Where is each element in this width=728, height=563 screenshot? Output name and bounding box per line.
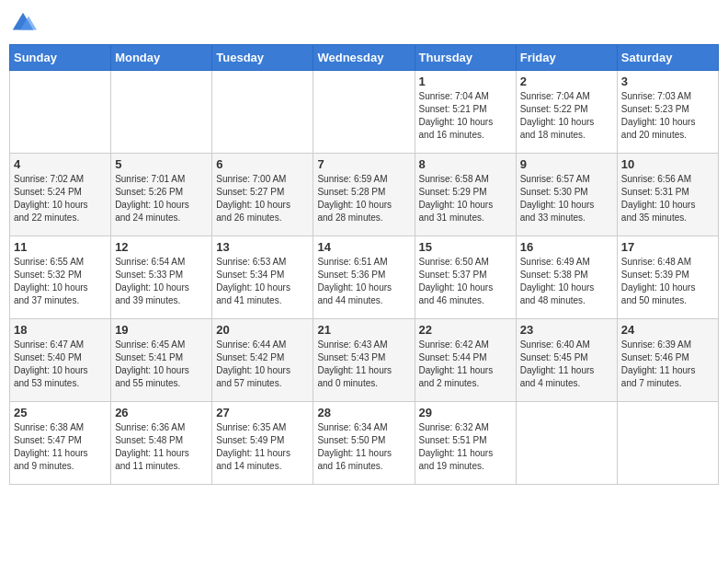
header-cell-thursday: Thursday	[415, 45, 516, 71]
header-cell-saturday: Saturday	[617, 45, 718, 71]
day-info: Sunrise: 6:56 AM Sunset: 5:31 PM Dayligh…	[621, 173, 714, 224]
day-cell	[313, 71, 415, 154]
day-info: Sunrise: 7:04 AM Sunset: 5:22 PM Dayligh…	[520, 90, 613, 142]
day-info: Sunrise: 6:53 AM Sunset: 5:34 PM Dayligh…	[216, 256, 309, 307]
logo-icon	[9, 9, 37, 37]
day-cell: 25Sunrise: 6:38 AM Sunset: 5:47 PM Dayli…	[10, 402, 111, 485]
day-cell: 19Sunrise: 6:45 AM Sunset: 5:41 PM Dayli…	[111, 319, 212, 402]
day-number: 25	[14, 406, 107, 419]
day-info: Sunrise: 6:51 AM Sunset: 5:36 PM Dayligh…	[317, 256, 410, 307]
day-cell: 1Sunrise: 7:04 AM Sunset: 5:21 PM Daylig…	[415, 71, 516, 154]
day-number: 5	[115, 157, 208, 171]
day-info: Sunrise: 6:38 AM Sunset: 5:47 PM Dayligh…	[14, 421, 107, 473]
day-info: Sunrise: 6:43 AM Sunset: 5:43 PM Dayligh…	[317, 339, 410, 390]
day-cell: 20Sunrise: 6:44 AM Sunset: 5:42 PM Dayli…	[212, 319, 313, 402]
day-cell: 21Sunrise: 6:43 AM Sunset: 5:43 PM Dayli…	[313, 319, 415, 402]
header-row: SundayMondayTuesdayWednesdayThursdayFrid…	[10, 45, 719, 71]
day-info: Sunrise: 6:40 AM Sunset: 5:45 PM Dayligh…	[520, 339, 613, 390]
header-cell-sunday: Sunday	[10, 45, 111, 71]
day-number: 17	[621, 240, 714, 254]
week-row-4: 18Sunrise: 6:47 AM Sunset: 5:40 PM Dayli…	[10, 319, 719, 402]
day-cell: 10Sunrise: 6:56 AM Sunset: 5:31 PM Dayli…	[617, 154, 718, 236]
day-info: Sunrise: 6:48 AM Sunset: 5:39 PM Dayligh…	[621, 256, 714, 307]
day-cell	[617, 402, 718, 485]
day-info: Sunrise: 7:01 AM Sunset: 5:26 PM Dayligh…	[115, 173, 208, 224]
day-cell: 4Sunrise: 7:02 AM Sunset: 5:24 PM Daylig…	[10, 154, 111, 236]
day-cell	[111, 71, 212, 154]
day-cell: 23Sunrise: 6:40 AM Sunset: 5:45 PM Dayli…	[516, 319, 617, 402]
day-number: 8	[419, 157, 512, 171]
day-cell: 28Sunrise: 6:34 AM Sunset: 5:50 PM Dayli…	[313, 402, 415, 485]
day-info: Sunrise: 6:39 AM Sunset: 5:46 PM Dayligh…	[621, 339, 714, 390]
day-number: 1	[419, 75, 512, 88]
day-cell: 12Sunrise: 6:54 AM Sunset: 5:33 PM Dayli…	[111, 236, 212, 319]
day-number: 18	[14, 323, 107, 337]
day-number: 20	[216, 323, 309, 337]
day-info: Sunrise: 7:04 AM Sunset: 5:21 PM Dayligh…	[419, 90, 512, 142]
day-cell: 7Sunrise: 6:59 AM Sunset: 5:28 PM Daylig…	[313, 154, 415, 236]
header-cell-wednesday: Wednesday	[313, 45, 415, 71]
day-number: 16	[520, 240, 613, 254]
day-info: Sunrise: 6:35 AM Sunset: 5:49 PM Dayligh…	[216, 421, 309, 473]
day-cell: 29Sunrise: 6:32 AM Sunset: 5:51 PM Dayli…	[415, 402, 516, 485]
day-info: Sunrise: 7:02 AM Sunset: 5:24 PM Dayligh…	[14, 173, 107, 224]
header-cell-tuesday: Tuesday	[212, 45, 313, 71]
day-cell: 11Sunrise: 6:55 AM Sunset: 5:32 PM Dayli…	[10, 236, 111, 319]
day-number: 29	[419, 406, 512, 419]
day-info: Sunrise: 6:36 AM Sunset: 5:48 PM Dayligh…	[115, 421, 208, 473]
day-number: 7	[317, 157, 410, 171]
calendar-body: 1Sunrise: 7:04 AM Sunset: 5:21 PM Daylig…	[10, 71, 719, 485]
calendar-header: SundayMondayTuesdayWednesdayThursdayFrid…	[10, 45, 719, 71]
day-number: 21	[317, 323, 410, 337]
week-row-1: 1Sunrise: 7:04 AM Sunset: 5:21 PM Daylig…	[10, 71, 719, 154]
day-number: 24	[621, 323, 714, 337]
day-number: 14	[317, 240, 410, 254]
day-cell: 2Sunrise: 7:04 AM Sunset: 5:22 PM Daylig…	[516, 71, 617, 154]
day-number: 15	[419, 240, 512, 254]
day-info: Sunrise: 6:54 AM Sunset: 5:33 PM Dayligh…	[115, 256, 208, 307]
day-cell: 14Sunrise: 6:51 AM Sunset: 5:36 PM Dayli…	[313, 236, 415, 319]
day-cell: 16Sunrise: 6:49 AM Sunset: 5:38 PM Dayli…	[516, 236, 617, 319]
day-number: 22	[419, 323, 512, 337]
day-cell: 3Sunrise: 7:03 AM Sunset: 5:23 PM Daylig…	[617, 71, 718, 154]
day-cell: 27Sunrise: 6:35 AM Sunset: 5:49 PM Dayli…	[212, 402, 313, 485]
day-number: 19	[115, 323, 208, 337]
day-info: Sunrise: 6:47 AM Sunset: 5:40 PM Dayligh…	[14, 339, 107, 390]
day-info: Sunrise: 6:34 AM Sunset: 5:50 PM Dayligh…	[317, 421, 410, 473]
day-cell: 13Sunrise: 6:53 AM Sunset: 5:34 PM Dayli…	[212, 236, 313, 319]
day-info: Sunrise: 6:50 AM Sunset: 5:37 PM Dayligh…	[419, 256, 512, 307]
day-info: Sunrise: 6:44 AM Sunset: 5:42 PM Dayligh…	[216, 339, 309, 390]
day-cell: 5Sunrise: 7:01 AM Sunset: 5:26 PM Daylig…	[111, 154, 212, 236]
header-cell-monday: Monday	[111, 45, 212, 71]
logo	[9, 9, 40, 37]
day-cell: 18Sunrise: 6:47 AM Sunset: 5:40 PM Dayli…	[10, 319, 111, 402]
day-cell: 15Sunrise: 6:50 AM Sunset: 5:37 PM Dayli…	[415, 236, 516, 319]
day-cell: 9Sunrise: 6:57 AM Sunset: 5:30 PM Daylig…	[516, 154, 617, 236]
day-number: 11	[14, 240, 107, 254]
day-cell	[516, 402, 617, 485]
day-number: 13	[216, 240, 309, 254]
day-info: Sunrise: 6:55 AM Sunset: 5:32 PM Dayligh…	[14, 256, 107, 307]
day-number: 3	[621, 75, 714, 88]
day-info: Sunrise: 7:00 AM Sunset: 5:27 PM Dayligh…	[216, 173, 309, 224]
day-info: Sunrise: 6:32 AM Sunset: 5:51 PM Dayligh…	[419, 421, 512, 473]
calendar-table: SundayMondayTuesdayWednesdayThursdayFrid…	[9, 44, 719, 485]
day-number: 27	[216, 406, 309, 419]
day-cell: 24Sunrise: 6:39 AM Sunset: 5:46 PM Dayli…	[617, 319, 718, 402]
day-number: 28	[317, 406, 410, 419]
day-cell	[10, 71, 111, 154]
day-number: 12	[115, 240, 208, 254]
day-info: Sunrise: 6:42 AM Sunset: 5:44 PM Dayligh…	[419, 339, 512, 390]
day-cell: 17Sunrise: 6:48 AM Sunset: 5:39 PM Dayli…	[617, 236, 718, 319]
day-number: 10	[621, 157, 714, 171]
day-cell	[212, 71, 313, 154]
day-number: 26	[115, 406, 208, 419]
day-info: Sunrise: 6:59 AM Sunset: 5:28 PM Dayligh…	[317, 173, 410, 224]
day-info: Sunrise: 6:58 AM Sunset: 5:29 PM Dayligh…	[419, 173, 512, 224]
day-number: 23	[520, 323, 613, 337]
day-info: Sunrise: 6:45 AM Sunset: 5:41 PM Dayligh…	[115, 339, 208, 390]
day-number: 4	[14, 157, 107, 171]
day-cell: 26Sunrise: 6:36 AM Sunset: 5:48 PM Dayli…	[111, 402, 212, 485]
day-cell: 6Sunrise: 7:00 AM Sunset: 5:27 PM Daylig…	[212, 154, 313, 236]
day-cell: 8Sunrise: 6:58 AM Sunset: 5:29 PM Daylig…	[415, 154, 516, 236]
